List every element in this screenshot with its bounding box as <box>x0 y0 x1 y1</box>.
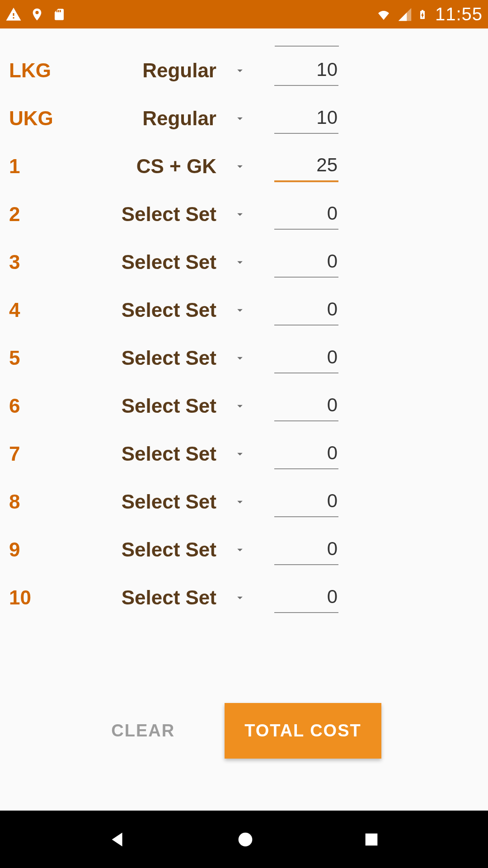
set-dropdown-label: Select Set <box>122 538 216 561</box>
qty-input[interactable] <box>274 55 338 86</box>
status-right: 11:55 <box>375 4 483 24</box>
qty-input[interactable] <box>274 151 338 182</box>
qty-input[interactable] <box>274 103 338 134</box>
chevron-down-icon <box>234 208 246 221</box>
home-button[interactable] <box>235 829 256 850</box>
set-dropdown[interactable]: Select Set <box>84 251 246 274</box>
class-row: 5Select Set <box>0 334 488 382</box>
clear-button[interactable]: CLEAR <box>107 708 179 754</box>
qty-input[interactable] <box>274 486 338 517</box>
set-dropdown-label: Regular <box>142 59 216 82</box>
set-dropdown[interactable]: CS + GK <box>84 155 246 178</box>
status-left <box>5 6 66 23</box>
qty-input[interactable] <box>274 295 338 326</box>
qty-field-wrap <box>274 391 338 421</box>
chevron-down-icon <box>234 543 246 556</box>
qty-field-wrap <box>274 247 338 278</box>
set-dropdown[interactable]: Regular <box>84 107 246 130</box>
back-button[interactable] <box>108 829 128 850</box>
qty-field-wrap <box>274 343 338 373</box>
class-row: 8Select Set <box>0 478 488 526</box>
warning-icon <box>5 6 22 23</box>
chevron-down-icon <box>234 495 246 508</box>
qty-field-wrap <box>274 199 338 230</box>
total-cost-button[interactable]: TOTAL COST <box>225 703 381 759</box>
qty-field-wrap <box>274 103 338 134</box>
qty-field-wrap <box>274 55 338 86</box>
qty-field-wrap <box>274 534 338 565</box>
class-label: LKG <box>9 59 84 82</box>
chevron-down-icon <box>234 112 246 125</box>
chevron-down-icon <box>234 352 246 364</box>
chevron-down-icon <box>234 304 246 316</box>
qty-field-wrap <box>274 582 338 613</box>
class-row: LKGRegular <box>0 47 488 94</box>
set-dropdown[interactable]: Select Set <box>84 443 246 465</box>
set-dropdown[interactable]: Select Set <box>84 347 246 369</box>
set-dropdown-label: Select Set <box>122 299 216 321</box>
class-row: 10Select Set <box>0 574 488 622</box>
battery-charging-icon <box>417 6 428 23</box>
class-row: 7Select Set <box>0 430 488 478</box>
qty-input[interactable] <box>274 391 338 421</box>
set-dropdown[interactable]: Select Set <box>84 395 246 417</box>
class-row: 9Select Set <box>0 526 488 574</box>
main-content: LKGRegularUKGRegular1CS + GK2Select Set3… <box>0 28 488 811</box>
set-dropdown[interactable]: Select Set <box>84 299 246 321</box>
recent-apps-button[interactable] <box>362 830 380 849</box>
qty-field-wrap <box>274 295 338 326</box>
qty-field-wrap <box>274 151 338 182</box>
qty-input[interactable] <box>274 199 338 230</box>
class-label: UKG <box>9 107 84 130</box>
class-row: 1CS + GK <box>0 142 488 190</box>
location-icon <box>30 7 44 22</box>
set-dropdown[interactable]: Select Set <box>84 491 246 513</box>
sd-card-icon <box>52 7 66 22</box>
qty-input[interactable] <box>274 582 338 613</box>
class-label: 5 <box>9 347 84 369</box>
set-dropdown[interactable]: Regular <box>84 59 246 82</box>
class-label: 8 <box>9 491 84 513</box>
set-dropdown-label: Regular <box>142 107 216 130</box>
class-label: 3 <box>9 251 84 274</box>
qty-input[interactable] <box>274 534 338 565</box>
class-label: 4 <box>9 299 84 321</box>
partial-row-top <box>0 28 488 47</box>
svg-rect-1 <box>366 833 378 845</box>
class-row: UKGRegular <box>0 94 488 142</box>
qty-input[interactable] <box>274 247 338 278</box>
set-dropdown-label: Select Set <box>122 251 216 274</box>
button-bar: CLEAR TOTAL COST <box>0 703 488 759</box>
class-label: 9 <box>9 538 84 561</box>
class-label: 2 <box>9 203 84 226</box>
status-time: 11:55 <box>435 4 483 24</box>
cell-signal-icon <box>397 7 413 22</box>
svg-point-0 <box>239 832 253 846</box>
class-row: 4Select Set <box>0 286 488 334</box>
class-label: 10 <box>9 586 84 609</box>
set-dropdown[interactable]: Select Set <box>84 538 246 561</box>
qty-input[interactable] <box>274 343 338 373</box>
qty-underline-partial <box>275 41 339 47</box>
class-row: 3Select Set <box>0 238 488 286</box>
wifi-icon <box>375 7 393 22</box>
set-dropdown-label: CS + GK <box>136 155 216 178</box>
set-dropdown-label: Select Set <box>122 586 216 609</box>
set-dropdown[interactable]: Select Set <box>84 203 246 226</box>
navigation-bar <box>0 811 488 868</box>
set-dropdown-label: Select Set <box>122 203 216 226</box>
set-dropdown-label: Select Set <box>122 347 216 369</box>
set-dropdown-label: Select Set <box>122 395 216 417</box>
class-row: 2Select Set <box>0 190 488 238</box>
class-label: 7 <box>9 443 84 465</box>
chevron-down-icon <box>234 591 246 604</box>
chevron-down-icon <box>234 400 246 412</box>
chevron-down-icon <box>234 64 246 77</box>
chevron-down-icon <box>234 448 246 460</box>
qty-input[interactable] <box>274 439 338 469</box>
set-dropdown-label: Select Set <box>122 491 216 513</box>
class-row: 6Select Set <box>0 382 488 430</box>
status-bar: 11:55 <box>0 0 488 28</box>
chevron-down-icon <box>234 160 246 173</box>
set-dropdown[interactable]: Select Set <box>84 586 246 609</box>
